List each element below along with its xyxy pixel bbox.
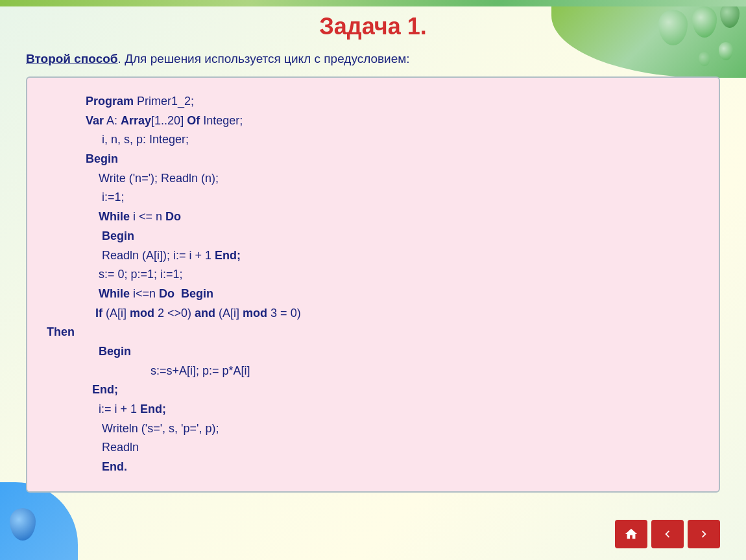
code-line-16: End;: [47, 380, 699, 400]
code-line-11: While i<=n Do Begin: [47, 285, 699, 304]
code-line-3: i, n, s, p: Integer;: [47, 130, 699, 150]
forward-button[interactable]: [688, 520, 720, 548]
back-button[interactable]: [651, 520, 684, 548]
code-line-7: While i <= n Do: [47, 207, 699, 227]
code-line-9: Readln (A[i]); i:= i + 1 End;: [47, 246, 699, 266]
back-icon: [660, 527, 675, 541]
code-block: Program Primer1_2; Var A: Array[1..20] O…: [26, 76, 720, 493]
home-icon: [624, 527, 638, 541]
code-line-14: Begin: [47, 342, 699, 362]
code-line-4: Begin: [47, 150, 699, 169]
page-title: Задача 1.: [26, 13, 720, 40]
home-button[interactable]: [615, 520, 647, 548]
code-line-13: Then: [47, 323, 699, 342]
code-line-20: End.: [47, 458, 699, 477]
code-line-19: Readln: [47, 438, 699, 458]
subtitle-rest: . Для решения используется цикл с предус…: [118, 52, 410, 65]
code-line-10: s:= 0; p:=1; i:=1;: [47, 265, 699, 285]
code-line-5: Write ('n='); Readln (n);: [47, 169, 699, 189]
code-line-6: i:=1;: [47, 188, 699, 207]
code-line-8: Begin: [47, 227, 699, 246]
subtitle: Второй способ. Для решения используется …: [26, 52, 720, 66]
navigation-buttons: [615, 520, 720, 548]
top-wave: [0, 0, 746, 6]
code-line-15: s:=s+A[i]; p:= p*A[i]: [47, 362, 699, 381]
code-line-2: Var A: Array[1..20] Of Integer;: [47, 111, 699, 131]
forward-icon: [697, 527, 711, 541]
code-line-18: Writeln ('s=', s, 'p=', p);: [47, 419, 699, 439]
code-line-17: i:= i + 1 End;: [47, 400, 699, 419]
subtitle-underline: Второй способ: [26, 52, 118, 65]
code-line-1: Program Primer1_2;: [47, 92, 699, 111]
code-line-12: If (A[i] mod 2 <>0) and (A[i] mod 3 = 0): [47, 304, 699, 323]
page-content: Задача 1. Второй способ. Для решения исп…: [0, 0, 746, 506]
